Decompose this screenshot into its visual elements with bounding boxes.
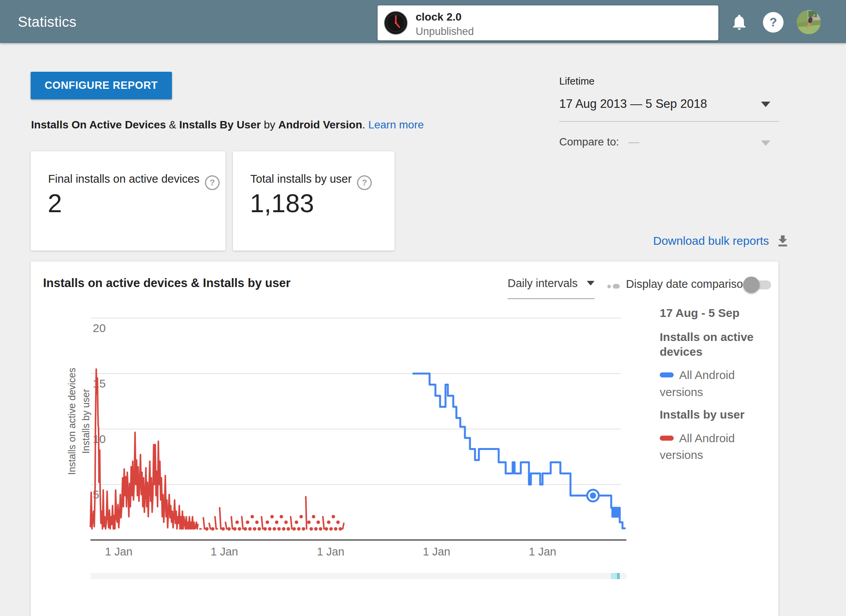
help-icon[interactable]: ? bbox=[763, 12, 784, 33]
svg-text:1 Jan: 1 Jan bbox=[529, 545, 556, 558]
svg-text:1 Jan: 1 Jan bbox=[317, 545, 345, 558]
x-axis-ticks: 1 Jan1 Jan1 Jan1 Jan1 Jan bbox=[105, 545, 556, 558]
stat-card-label: Final installs on active devices? bbox=[48, 173, 220, 190]
legend-item-user: All Android versions bbox=[660, 430, 776, 464]
svg-text:15: 15 bbox=[93, 377, 106, 390]
chevron-down-icon bbox=[761, 102, 770, 107]
series-installs-by-user bbox=[90, 369, 344, 531]
report-description: Installs On Active Devices & Installs By… bbox=[31, 119, 424, 131]
download-icon bbox=[775, 234, 790, 248]
legend-item-devices: All Android versions bbox=[660, 367, 776, 400]
chevron-down-icon bbox=[761, 140, 770, 146]
blue-series-swatch bbox=[660, 372, 674, 377]
help-circle-icon[interactable]: ? bbox=[205, 175, 220, 190]
configure-report-button[interactable]: CONFIGURE REPORT bbox=[31, 72, 172, 99]
svg-text:1 Jan: 1 Jan bbox=[423, 545, 451, 558]
compare-to-label: Compare to: bbox=[559, 136, 619, 148]
stat-card-final-installs: Final installs on active devices? 2 bbox=[31, 151, 225, 251]
app-selector-dropdown[interactable]: clock 2.0 Unpublished bbox=[378, 5, 718, 40]
gridlines: 2015105 bbox=[90, 318, 621, 501]
stat-card-value: 2 bbox=[48, 189, 62, 218]
range-selection-handle[interactable] bbox=[617, 573, 620, 579]
range-selection-light[interactable] bbox=[611, 573, 617, 579]
compare-to-dropdown[interactable]: Compare to: — bbox=[559, 136, 779, 153]
page-title: Statistics bbox=[18, 14, 76, 30]
date-range-value: 17 Aug 2013 — 5 Sep 2018 bbox=[559, 97, 707, 111]
user-avatar[interactable] bbox=[797, 10, 821, 34]
legend-group-user: Installs by user bbox=[660, 407, 776, 422]
svg-text:20: 20 bbox=[93, 322, 106, 334]
notifications-bell-icon[interactable] bbox=[730, 13, 749, 31]
svg-text:5: 5 bbox=[93, 488, 99, 501]
legend-period: 17 Aug - 5 Sep bbox=[660, 306, 776, 320]
learn-more-link[interactable]: Learn more bbox=[368, 119, 424, 131]
svg-text:1 Jan: 1 Jan bbox=[211, 545, 238, 558]
chart-range-scrollbar[interactable] bbox=[90, 573, 626, 579]
app-icon-clock bbox=[384, 11, 408, 35]
date-range-dropdown[interactable]: 17 Aug 2013 — 5 Sep 2018 bbox=[559, 97, 779, 122]
app-name: clock 2.0 bbox=[416, 11, 461, 23]
date-range-label: Lifetime bbox=[559, 75, 595, 87]
help-circle-icon[interactable]: ? bbox=[357, 175, 372, 190]
download-bulk-reports-link[interactable]: Download bulk reports bbox=[653, 234, 790, 248]
report-metric-2: Installs By User bbox=[179, 119, 261, 131]
svg-text:1 Jan: 1 Jan bbox=[105, 545, 133, 558]
report-dimension: Android Version bbox=[278, 119, 362, 131]
report-metric-1: Installs On Active Devices bbox=[31, 119, 166, 131]
red-series-swatch bbox=[660, 436, 674, 441]
app-bar: Statistics clock 2.0 Unpublished bbox=[0, 0, 846, 43]
series-installs-on-active-devices bbox=[413, 374, 625, 528]
highlighted-data-point bbox=[587, 490, 599, 502]
stat-card-value: 1,183 bbox=[250, 189, 314, 218]
stat-card-total-installs: Total installs by user? 1,183 bbox=[233, 151, 395, 251]
legend-group-devices: Installs on active devices bbox=[660, 330, 776, 359]
app-status: Unpublished bbox=[416, 26, 474, 38]
chart-legend: 17 Aug - 5 Sep Installs on active device… bbox=[660, 306, 776, 471]
compare-to-value: — bbox=[629, 136, 640, 148]
stat-card-label: Total installs by user? bbox=[250, 173, 372, 190]
installs-chart-card: Installs on active devices & Installs by… bbox=[31, 261, 778, 616]
